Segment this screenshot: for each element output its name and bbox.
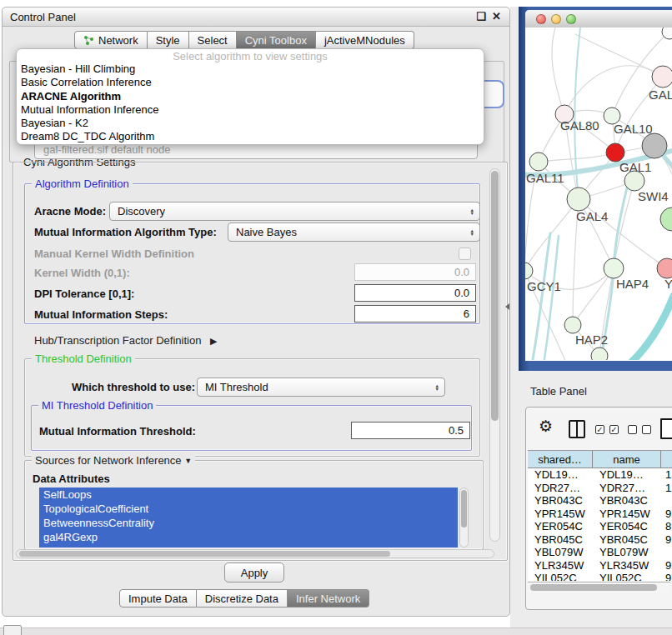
threshold-definition-title: Threshold Definition <box>32 352 135 365</box>
table-column-header[interactable]: A <box>661 450 672 468</box>
data-attributes-list: SelfLoopsTopologicalCoefficientBetweenne… <box>39 488 458 548</box>
network-node-HAP4[interactable] <box>604 258 624 278</box>
table-column-header[interactable]: shared… <box>528 450 593 468</box>
table-row[interactable]: YBR043CYBR043C <box>528 494 672 508</box>
attributes-list-scrollbar-thumb[interactable] <box>461 490 467 528</box>
table-horizontal-scrollbar[interactable] <box>528 582 670 592</box>
tab-select[interactable]: Select <box>189 31 237 49</box>
network-node-unlabeled[interactable] <box>642 133 667 158</box>
grid-toggle-button[interactable] <box>3 625 22 635</box>
algorithm-option[interactable]: Dream8 DC_TDC Algorithm <box>17 130 484 143</box>
network-window-titlebar[interactable] <box>525 10 672 28</box>
algorithm-option[interactable]: ARACNE Algorithm <box>17 90 484 103</box>
network-node-label: Y <box>664 277 672 291</box>
aracne-mode-value: Discovery <box>118 205 165 218</box>
dpi-tolerance-label: DPI Tolerance [0,1]: <box>34 288 134 300</box>
algorithm-option[interactable]: Bayesian - K2 <box>17 117 484 130</box>
close-icon[interactable]: ✕ <box>492 10 501 22</box>
kernel-width-field[interactable]: 0.0 <box>354 263 476 281</box>
attribute-list-item[interactable]: SelfLoops <box>39 488 458 502</box>
mi-steps-value: 6 <box>464 308 469 320</box>
column-layout-icon[interactable] <box>569 420 585 438</box>
algorithm-dropdown-prompt: Select algorithm to view settings <box>17 50 484 62</box>
mi-threshold-field[interactable]: 0.5 <box>351 422 470 439</box>
tab-cyni-toolbox[interactable]: Cyni Toolbox <box>237 31 316 49</box>
tab-discretize-data[interactable]: Discretize Data <box>197 589 288 608</box>
table-cell: 13 <box>661 468 672 482</box>
network-node-label: GAL11 <box>526 171 564 185</box>
network-canvas[interactable]: GALGAL80GAL10GAL1GAL11SWI4GAL4GCY1HAP4YH… <box>525 28 672 360</box>
attribute-list-item[interactable]: BetweennessCentrality <box>39 516 458 530</box>
select-all-icon[interactable]: ✓ <box>609 425 619 434</box>
settings-horizontal-scrollbar[interactable] <box>16 549 494 558</box>
float-window-icon[interactable]: ❑ <box>476 10 486 22</box>
algorithm-option[interactable]: Bayesian - Hill Climbing <box>17 62 484 76</box>
table-row[interactable]: YER054CYER054C8. <box>528 520 672 533</box>
table-column-header[interactable]: name <box>593 450 661 468</box>
table-row[interactable]: YDR27…YDR27…12 <box>528 482 672 495</box>
document-icon[interactable] <box>660 418 672 439</box>
settings-vertical-scrollbar-thumb[interactable] <box>491 171 499 421</box>
cyni-bottom-tabbar: Impute DataDiscretize DataInfer Network <box>119 589 369 608</box>
network-node-GAL1[interactable] <box>606 143 624 162</box>
aracne-mode-combo[interactable]: Discovery ▲▼ <box>109 202 480 221</box>
mi-algorithm-type-combo[interactable]: Naive Bayes ▲▼ <box>228 222 480 242</box>
table-cell: YIL052C <box>528 572 593 581</box>
settings-horizontal-scrollbar-thumb[interactable] <box>19 551 390 557</box>
network-edge <box>552 28 564 114</box>
apply-button[interactable]: Apply <box>224 562 284 582</box>
network-node-SWI4[interactable] <box>624 171 644 191</box>
panel-splitter-handle[interactable] <box>505 303 509 310</box>
attribute-list-item[interactable]: gal4RGexp <box>39 530 458 544</box>
minimize-traffic-light[interactable] <box>551 14 561 24</box>
network-window: GALGAL80GAL10GAL1GAL11SWI4GAL4GCY1HAP4YH… <box>525 10 672 361</box>
algorithm-definition-title: Algorithm Definition <box>32 178 133 190</box>
deselect-all-icon[interactable] <box>628 425 637 434</box>
hub-section-label: Hub/Transcription Factor Definition <box>34 334 201 347</box>
close-traffic-light[interactable] <box>536 14 546 24</box>
network-node-label: GAL10 <box>614 122 653 136</box>
gear-icon[interactable]: ⚙ <box>539 417 553 436</box>
table-row[interactable]: YDL19…YDL19…13 <box>528 468 672 482</box>
settings-vertical-scrollbar[interactable] <box>489 168 500 542</box>
network-node-HAP2[interactable] <box>564 317 581 333</box>
aracne-mode-label: Aracne Mode: <box>34 205 106 218</box>
table-cell: YPR145W <box>528 508 593 521</box>
tab-label: Style <box>156 34 180 47</box>
tab-network[interactable]: Network <box>74 31 148 49</box>
tab-style[interactable]: Style <box>148 31 189 49</box>
algorithm-option[interactable]: Mutual Information Inference <box>17 103 484 117</box>
tab-impute-data[interactable]: Impute Data <box>119 589 197 608</box>
table-row[interactable]: YIL052CYIL052C9 <box>528 572 672 581</box>
hub-transcription-factor-section[interactable]: Hub/Transcription Factor Definition ▶ <box>34 334 217 347</box>
tab-label: Discretize Data <box>205 592 278 605</box>
network-edge <box>614 181 634 268</box>
tab-jactivemnodules[interactable]: jActiveMNodules <box>316 31 414 49</box>
manual-kernel-width-checkbox[interactable] <box>459 248 471 260</box>
table-row[interactable]: YBL079WYBL079W <box>528 546 672 559</box>
network-node-unlabeled[interactable] <box>591 348 608 360</box>
network-node-unlabeled[interactable] <box>660 208 672 231</box>
table-row[interactable]: YLR345WYLR345W9. <box>528 559 672 572</box>
sources-group-title[interactable]: Sources for Network Inference ▼ <box>32 454 195 467</box>
table-horizontal-scrollbar-thumb[interactable] <box>530 584 657 591</box>
network-node-GAL[interactable] <box>652 66 672 88</box>
attribute-list-item[interactable]: TopologicalCoefficient <box>39 502 458 516</box>
zoom-traffic-light[interactable] <box>566 14 576 24</box>
table-cell: YDR27… <box>528 482 593 495</box>
network-node-GAL11[interactable] <box>529 152 548 171</box>
mi-steps-field[interactable]: 6 <box>354 305 476 322</box>
network-node-Y[interactable] <box>657 258 672 278</box>
table-row[interactable]: YBR045CYBR045C9. <box>528 533 672 547</box>
algorithm-option[interactable]: Basic Correlation Inference <box>17 76 484 89</box>
select-all-icon[interactable]: ✓ <box>595 425 604 434</box>
dpi-tolerance-field[interactable]: 0.0 <box>354 284 476 302</box>
deselect-all-icon[interactable] <box>642 425 651 434</box>
network-node-GAL4[interactable] <box>567 188 590 211</box>
table-cell: 9. <box>661 559 672 572</box>
table-cell: YER054C <box>528 520 593 533</box>
which-threshold-combo[interactable]: MI Threshold ▲▼ <box>197 378 445 397</box>
tab-infer-network[interactable]: Infer Network <box>288 589 369 608</box>
table-row[interactable]: YPR145WYPR145W9. <box>528 508 672 521</box>
attributes-list-scrollbar[interactable] <box>459 488 469 548</box>
